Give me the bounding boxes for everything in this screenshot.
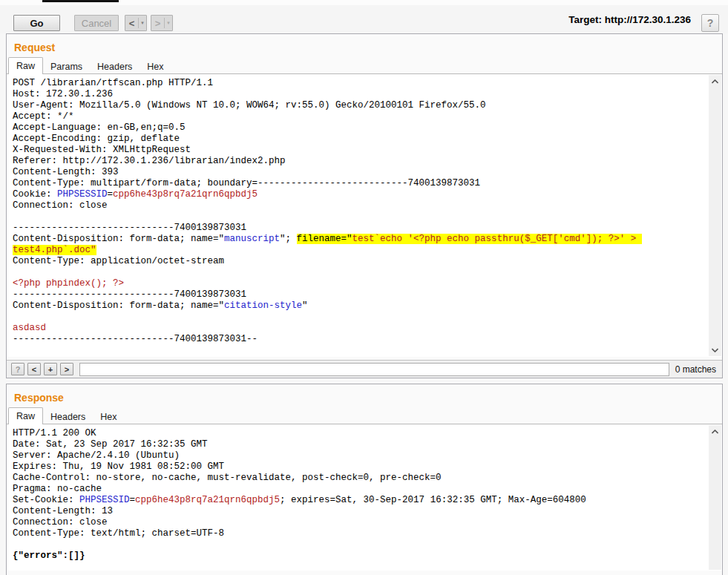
code-line: Content-Type: multipart/form-data; bound… bbox=[13, 178, 704, 189]
code-line: Accept-Encoding: gzip, deflate bbox=[13, 134, 704, 145]
scroll-down-icon[interactable] bbox=[709, 344, 721, 356]
tab-params[interactable]: Params bbox=[43, 59, 90, 74]
code-line: -----------------------------74001398730… bbox=[13, 223, 704, 234]
code-line: HTTP/1.1 200 OK bbox=[13, 428, 704, 439]
response-scrollbar[interactable] bbox=[709, 425, 721, 570]
response-panel: Response RawHeadersHex HTTP/1.1 200 OKDa… bbox=[6, 384, 723, 575]
code-line: Referer: http://172.30.1.236/librarian/i… bbox=[13, 156, 704, 167]
code-line: -----------------------------74001398730… bbox=[13, 334, 704, 345]
code-line: Date: Sat, 23 Sep 2017 16:32:35 GMT bbox=[13, 439, 704, 450]
chevron-down-icon: ▼ bbox=[165, 21, 172, 25]
code-line bbox=[13, 211, 704, 223]
search-add-button[interactable]: + bbox=[44, 363, 57, 375]
code-line: Content-Disposition: form-data; name="ci… bbox=[13, 300, 704, 312]
code-line: User-Agent: Mozilla/5.0 (Windows NT 10.0… bbox=[13, 100, 704, 111]
response-viewer[interactable]: HTTP/1.1 200 OKDate: Sat, 23 Sep 2017 16… bbox=[7, 424, 722, 571]
request-tabbar: RawParamsHeadersHex bbox=[7, 58, 722, 74]
request-panel: Request RawParamsHeadersHex POST /librar… bbox=[6, 33, 723, 378]
code-line: Content-Length: 393 bbox=[13, 167, 704, 178]
response-tabbar: RawHeadersHex bbox=[7, 408, 722, 424]
request-editor[interactable]: POST /librarian/rtfscan.php HTTP/1.1Host… bbox=[7, 74, 722, 357]
target-label: Target: http://172.30.1.236 bbox=[568, 5, 691, 33]
tab-edge-decoration bbox=[42, 0, 119, 2]
code-line: Expires: Thu, 19 Nov 1981 08:52:00 GMT bbox=[13, 461, 704, 473]
code-line: <?php phpindex(); ?> bbox=[13, 278, 704, 289]
search-input[interactable] bbox=[79, 363, 669, 376]
code-line: Connection: close bbox=[13, 200, 704, 211]
code-line: asdasd bbox=[13, 323, 704, 334]
code-line: Cookie: PHPSESSID=cpp6he43p8rq7a21qrn6qp… bbox=[13, 189, 704, 200]
code-line: X-Requested-With: XMLHttpRequest bbox=[13, 145, 704, 156]
code-line: -----------------------------74001398730… bbox=[13, 289, 704, 300]
code-line: {"errors":[]} bbox=[13, 551, 704, 562]
code-line: Pragma: no-cache bbox=[13, 484, 704, 495]
code-line: Set-Cookie: PHPSESSID=cpp6he43p8rq7a21qr… bbox=[13, 495, 704, 506]
code-line: Server: Apache/2.4.10 (Ubuntu) bbox=[13, 450, 704, 461]
code-line: Content-Length: 13 bbox=[13, 506, 704, 517]
code-line: POST /librarian/rtfscan.php HTTP/1.1 bbox=[13, 78, 704, 89]
search-help-button[interactable]: ? bbox=[11, 363, 24, 375]
response-title: Response bbox=[7, 384, 722, 408]
next-request-button[interactable]: > ▼ bbox=[151, 15, 173, 31]
code-line: Accept: */* bbox=[13, 111, 704, 122]
request-raw-text[interactable]: POST /librarian/rtfscan.php HTTP/1.1Host… bbox=[7, 74, 722, 345]
request-scrollbar[interactable] bbox=[709, 75, 721, 356]
cancel-button[interactable]: Cancel bbox=[74, 15, 119, 31]
request-search-bar: ? < + > 0 matches bbox=[7, 360, 722, 378]
code-line: Content-Disposition: form-data; name="ma… bbox=[13, 234, 704, 245]
code-line: Cache-Control: no-store, no-cache, must-… bbox=[13, 473, 704, 484]
code-line bbox=[13, 267, 704, 278]
tab-raw[interactable]: Raw bbox=[8, 57, 43, 74]
code-line: test4.php`.doc" bbox=[13, 245, 704, 256]
window-tab-strip bbox=[0, 0, 728, 5]
code-line bbox=[13, 312, 704, 323]
code-line bbox=[13, 539, 704, 551]
chevron-right-icon: > bbox=[151, 18, 164, 29]
chevron-left-icon: < bbox=[125, 18, 138, 29]
previous-request-button[interactable]: < ▼ bbox=[125, 15, 147, 31]
response-raw-text[interactable]: HTTP/1.1 200 OKDate: Sat, 23 Sep 2017 16… bbox=[7, 424, 722, 562]
tab-headers[interactable]: Headers bbox=[90, 59, 140, 74]
search-matches-label: 0 matches bbox=[675, 364, 718, 375]
chevron-down-icon[interactable]: ▼ bbox=[139, 21, 146, 25]
code-line: Accept-Language: en-GB,en;q=0.5 bbox=[13, 122, 704, 134]
go-button[interactable]: Go bbox=[13, 15, 60, 31]
scroll-up-icon[interactable] bbox=[709, 75, 721, 88]
tab-headers[interactable]: Headers bbox=[43, 409, 93, 424]
code-line: Content-Type: text/html; charset=UTF-8 bbox=[13, 528, 704, 539]
code-line: Content-Type: application/octet-stream bbox=[13, 256, 704, 267]
tab-raw[interactable]: Raw bbox=[8, 407, 43, 424]
search-next-button[interactable]: > bbox=[60, 363, 73, 375]
tab-hex[interactable]: Hex bbox=[93, 409, 124, 424]
repeater-toolbar: Go Cancel < ▼ > ▼ Target: http://172.30.… bbox=[0, 5, 728, 33]
scroll-up-icon[interactable] bbox=[709, 425, 721, 438]
help-button[interactable]: ? bbox=[701, 14, 719, 32]
code-line: Connection: close bbox=[13, 517, 704, 528]
code-line: Host: 172.30.1.236 bbox=[13, 89, 704, 100]
request-title: Request bbox=[7, 34, 722, 58]
tab-hex[interactable]: Hex bbox=[140, 59, 171, 74]
search-prev-button[interactable]: < bbox=[27, 363, 41, 375]
